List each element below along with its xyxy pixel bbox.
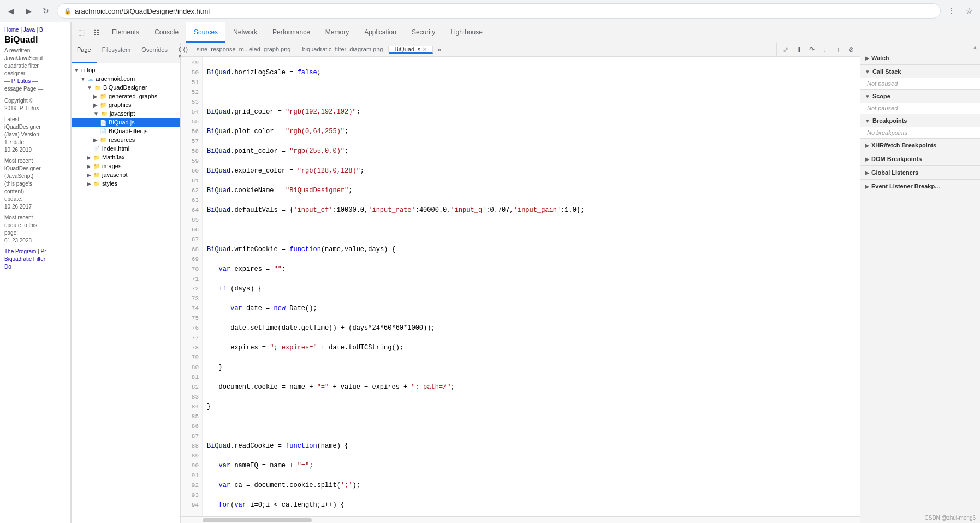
devtools-topnav: ⬚ ☷ Elements Console Sources Network Per… [72,22,980,43]
debugger-scope-section: ▼ Scope Not paused [860,90,980,114]
tree-item-resources[interactable]: ▶ 📁 resources [72,135,180,144]
device-toolbar-button[interactable]: ☷ [89,25,104,40]
editor-step-into-button[interactable]: ↓ [818,43,831,56]
folder-blue-icon: 📁 [94,85,101,91]
program-link[interactable]: The Program [4,248,36,254]
webpage-nav-links: Home | Java | B [4,27,66,33]
folder-blue-icon: 📁 [101,111,108,117]
tab-network[interactable]: Network [225,22,265,43]
tab-console[interactable]: Console [147,22,186,43]
chevron-right-icon: ▶ [865,55,869,61]
debugger-scroll-up: ▲ [860,43,980,51]
chevron-right-icon: ▶ [87,163,91,169]
debugger-breakpoints-section: ▼ Breakpoints No breakpoints [860,114,980,139]
line-numbers: 49 50 51 52 53 54 55 56 57 58 59 60 [181,57,203,516]
folder-blue-icon: 📁 [100,93,106,99]
sources-tab-page[interactable]: Page [72,43,97,63]
tree-item-mathjax[interactable]: ▶ 📁 MathJax [72,153,180,162]
address-bar[interactable]: 🔒 arachnoid.com/BiQuadDesigner/index.htm… [57,3,941,19]
debugger-xhr-header[interactable]: ▶ XHR/fetch Breakpoints [860,139,980,152]
debugger-not-paused-scope: Not paused [867,105,898,111]
tree-label-top: top [87,67,95,73]
tree-item-graphics[interactable]: ▶ 📁 graphics [72,100,180,109]
tree-item-top[interactable]: ▼ □ top [72,66,180,74]
tree-item-biquadfilter-js[interactable]: 📄 BiQuadFilter.js [72,127,180,135]
debugger-breakpoints-header[interactable]: ▼ Breakpoints [860,114,980,127]
extensions-button[interactable]: ⋮ [945,4,958,17]
debugger-watch-header[interactable]: ▶ Watch [860,51,980,64]
folder-blue-icon: 📁 [93,181,100,187]
code-editor-area: ⟨⟩ sine_response_m...eled_graph.png biqu… [181,43,860,523]
forward-button[interactable]: ▶ [22,4,35,17]
editor-step-out-button[interactable]: ↑ [831,43,845,56]
editor-tab-biquadratic[interactable]: biquadratic_filter_diagram.png [296,46,389,52]
sources-tab-filesystem[interactable]: Filesystem [97,43,136,63]
horizontal-scrollbar[interactable] [181,516,860,523]
tree-item-generated-graphs[interactable]: ▶ 📁 generated_graphs [72,92,180,100]
sources-tab-overrides[interactable]: Overrides [136,43,173,63]
editor-deactivate-breakpoints-button[interactable]: ⊘ [845,43,858,56]
editor-tab-biquad-js[interactable]: BiQuad.js ✕ [389,46,433,54]
debugger-event-listener-section: ▶ Event Listener Breakp... [860,180,980,193]
chevron-right-icon: ▶ [93,137,98,143]
editor-pause-button[interactable]: ⏸ [792,43,805,56]
inspect-element-button[interactable]: ⬚ [74,25,89,40]
sources-sidebar: Page Filesystem Overrides Content script… [72,43,181,523]
tree-label-index-html: index.html [102,145,129,152]
debugger-breakpoints-label: Breakpoints [872,117,907,124]
tree-item-images[interactable]: ▶ 📁 images [72,162,180,170]
debugger-dom-label: DOM Breakpoints [871,156,922,162]
bookmark-button[interactable]: ☆ [963,4,976,17]
tree-item-javascript2[interactable]: ▶ 📁 javascript [72,170,180,179]
file-icon: 📄 [93,146,100,152]
tree-item-biquaddesigner[interactable]: ▼ 📁 BiQuadDesigner [72,83,180,92]
chevron-down-icon: ▼ [87,85,92,91]
chevron-down-icon: ▼ [93,111,99,117]
collapse-sidebar-button[interactable]: ⟨⟩ [181,46,191,54]
debugger-attribution: CSDN @zhui-meng6 [860,513,980,523]
tree-item-arachnoid[interactable]: ▼ ☁ arachnoid.com [72,74,180,83]
folder-blue-icon: 📁 [100,137,106,143]
tree-item-javascript[interactable]: ▼ 📁 javascript [72,109,180,118]
reload-button[interactable]: ↻ [39,4,52,17]
js-file-icon: 📄 [100,128,106,134]
tab-application[interactable]: Application [357,22,404,43]
debugger-watch-section: ▶ Watch [860,51,980,65]
tab-lighthouse[interactable]: Lighthouse [443,22,490,43]
tab-memory[interactable]: Memory [318,22,357,43]
debugger-dom-header[interactable]: ▶ DOM Breakpoints [860,152,980,165]
code-content[interactable]: BiQuad.horizLogScale = false; BiQuad.gri… [203,57,860,516]
sources-layout: Page Filesystem Overrides Content script… [72,43,980,523]
chevron-down-icon: ▼ [865,93,870,99]
debugger-scope-header[interactable]: ▼ Scope [860,90,980,103]
tree-item-biquad-js[interactable]: 📄 BiQuad.js [72,118,180,127]
tab-sources[interactable]: Sources [186,22,225,43]
tree-label-generated-graphs: generated_graphs [109,93,157,99]
url-text: arachnoid.com/BiQuadDesigner/index.html [75,7,210,15]
chevron-down-icon: ▼ [865,69,870,75]
webpage-author: — P. Lutus —essage Page — [4,78,66,93]
editor-step-over-button[interactable]: ↷ [805,43,818,56]
editor-right-controls: ⤢ ⏸ ↷ ↓ ↑ ⊘ [776,43,860,56]
editor-tab-close-icon[interactable]: ✕ [423,46,427,52]
webpage-preview: Home | Java | B BiQuadl A rewrittenJava/… [0,22,71,523]
webpage-recent1: Most recentiQuadDesigner(JavaScript)(thi… [4,157,66,211]
editor-tab-sine[interactable]: sine_response_m...eled_graph.png [191,46,296,52]
back-button[interactable]: ◀ [4,4,17,17]
tree-item-index-html[interactable]: 📄 index.html [72,144,180,153]
tree-label-biquadfilter-js: BiQuadFilter.js [109,128,148,134]
editor-tabs-overflow-button[interactable]: » [433,46,446,54]
tree-item-styles[interactable]: ▶ 📁 styles [72,179,180,188]
debugger-event-listener-header[interactable]: ▶ Event Listener Breakp... [860,180,980,193]
js-file-icon: 📄 [100,120,106,126]
tab-security[interactable]: Security [404,22,443,43]
tab-elements[interactable]: Elements [104,22,147,43]
debugger-global-listeners-header[interactable]: ▶ Global Listeners [860,166,980,179]
tab-performance[interactable]: Performance [265,22,318,43]
debugger-callstack-header[interactable]: ▼ Call Stack [860,65,980,78]
webpage-links: The Program | Pr Biquadratic FilterDo [4,248,66,271]
pr-link[interactable]: Pr [41,248,46,254]
biquadratic-link[interactable]: Biquadratic FilterDo [4,256,45,270]
lock-icon: 🔒 [64,8,72,15]
editor-maximize-button[interactable]: ⤢ [779,43,792,56]
